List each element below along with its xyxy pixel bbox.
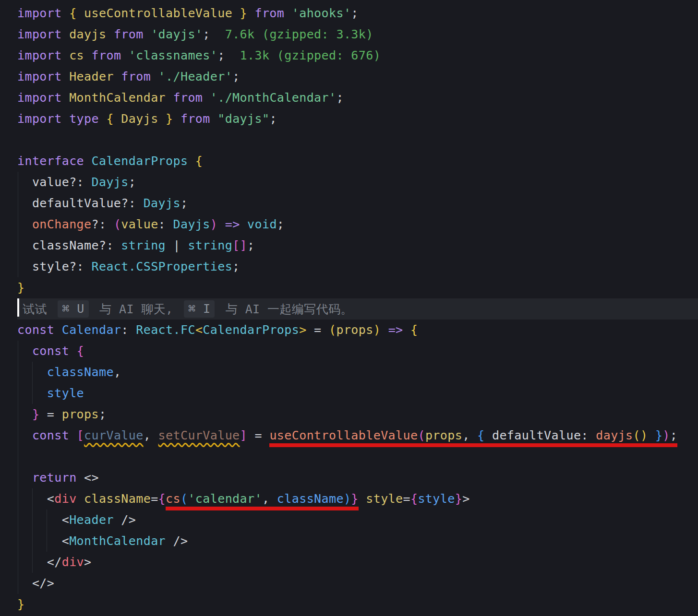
code-line[interactable]: import MonthCalendar from './MonthCalend… [0, 87, 698, 108]
code-token: Dayjs [173, 217, 210, 231]
code-token: return [32, 471, 77, 485]
code-token [62, 27, 69, 41]
code-line[interactable]: import dayjs from 'dayjs'; 7.6k (gzipped… [0, 24, 698, 45]
indent-guide [18, 552, 18, 573]
code-token: defaultValue?: [17, 196, 144, 210]
code-line[interactable]: <MonthCalendar /> [0, 531, 698, 552]
code-token: > [299, 323, 306, 337]
code-token: { [410, 323, 418, 337]
code-editor[interactable]: import { useControllableValue } from 'ah… [0, 0, 698, 616]
indent-guide [18, 383, 18, 404]
kbd-shortcut-badge: ⌘ U [58, 300, 88, 318]
code-token: dayjs [596, 428, 633, 447]
code-line[interactable]: value?: Dayjs; [0, 172, 698, 193]
indent-guide [32, 383, 33, 404]
code-token: = [39, 407, 61, 421]
code-token: ) [662, 428, 670, 447]
code-token: MonthCalendar [69, 91, 166, 105]
code-line[interactable]: className, [0, 362, 698, 383]
code-token: import [17, 48, 62, 62]
code-token: className?: [17, 238, 121, 252]
code-token [17, 428, 32, 442]
code-token: 'calendar' [188, 492, 262, 510]
code-token: CalendarProps [203, 323, 299, 337]
code-line[interactable]: import cs from 'classnames'; 1.3k (gzipp… [0, 45, 698, 66]
code-line[interactable]: style [0, 383, 698, 404]
code-token [232, 6, 240, 20]
code-line[interactable]: <Header /> [0, 509, 698, 531]
indent-guide [18, 573, 18, 594]
hint-text: 与 AI 聊天, [92, 302, 181, 316]
code-token: } [17, 281, 24, 295]
code-token: } [32, 407, 39, 421]
code-token: Dayjs [144, 196, 181, 210]
code-token [69, 344, 76, 358]
code-token: MonthCalendar [69, 534, 166, 548]
code-token [114, 112, 121, 126]
code-token [403, 323, 410, 337]
code-token [188, 154, 195, 168]
code-token: , [462, 428, 477, 447]
indent-guide [18, 446, 18, 467]
code-token: value [121, 217, 158, 231]
code-token: useControllableValue [84, 6, 232, 20]
code-token: props [425, 428, 462, 447]
code-token [166, 91, 173, 105]
code-line[interactable]: style?: React.CSSProperties; [0, 256, 698, 277]
code-token: => [388, 323, 403, 337]
code-line[interactable]: className?: string | string[]; [0, 235, 698, 256]
code-token: './MonthCalendar' [210, 91, 337, 105]
code-line[interactable]: const { [0, 341, 698, 362]
code-token: props [336, 323, 373, 337]
code-token [84, 48, 91, 62]
code-line[interactable]: <div className={cs('calendar', className… [0, 488, 698, 509]
code-token: { [410, 492, 418, 506]
code-token: Dayjs [121, 112, 158, 126]
code-line[interactable]: const Calendar: React.FC<CalendarProps> … [0, 320, 698, 341]
indent-guide [18, 404, 18, 425]
code-token: void [247, 217, 277, 231]
code-line[interactable]: import { useControllableValue } from 'ah… [0, 3, 698, 24]
indent-guide [18, 531, 18, 552]
code-line[interactable]: import type { Dayjs } from "dayjs"; [0, 108, 698, 130]
code-line[interactable] [0, 130, 698, 151]
code-line[interactable]: </div> [0, 552, 698, 573]
code-line[interactable]: return <> [0, 467, 698, 488]
code-token: useControllableValue [269, 428, 418, 447]
ai-hint-line[interactable]: 试试 ⌘ U 与 AI 聊天, ⌘ I 与 AI 一起编写代码。 [0, 298, 698, 320]
code-token: } [166, 112, 173, 126]
code-token: ; [670, 428, 677, 447]
code-line[interactable]: } = props; [0, 404, 698, 425]
code-token: ; [99, 407, 106, 421]
code-line[interactable]: defaultValue?: Dayjs; [0, 193, 698, 214]
code-token: { [106, 112, 113, 126]
code-token: () [633, 428, 648, 447]
code-token: div [54, 492, 76, 506]
code-line[interactable]: const [curValue, setCurValue] = useContr… [0, 425, 698, 446]
code-token: = [307, 323, 329, 337]
code-token: <> [77, 471, 99, 485]
indent-guide [18, 193, 18, 214]
code-token [62, 91, 69, 105]
code-token: cs [69, 48, 84, 62]
code-token [158, 112, 166, 126]
code-token: ] [240, 428, 247, 442]
indent-guide [47, 509, 47, 531]
code-token: [ [77, 428, 84, 442]
code-token: value?: [17, 175, 92, 189]
kbd-shortcut-badge: ⌘ I [184, 300, 215, 318]
code-line[interactable]: import Header from './Header'; [0, 66, 698, 87]
code-line[interactable]: interface CalendarProps { [0, 151, 698, 172]
code-line[interactable]: } [0, 277, 698, 298]
code-line[interactable]: </> [0, 573, 698, 594]
code-line[interactable]: } [0, 594, 698, 615]
code-line[interactable] [0, 446, 698, 467]
code-token: CalendarProps [92, 154, 188, 168]
code-line[interactable]: onChange?: (value: Dayjs) => void; [0, 214, 698, 235]
code-token: './Header' [158, 70, 233, 83]
indent-guide [18, 256, 18, 277]
code-token [359, 492, 366, 506]
code-token [381, 323, 388, 337]
code-token: defaultValue: [485, 428, 596, 447]
code-token: style [47, 386, 84, 400]
